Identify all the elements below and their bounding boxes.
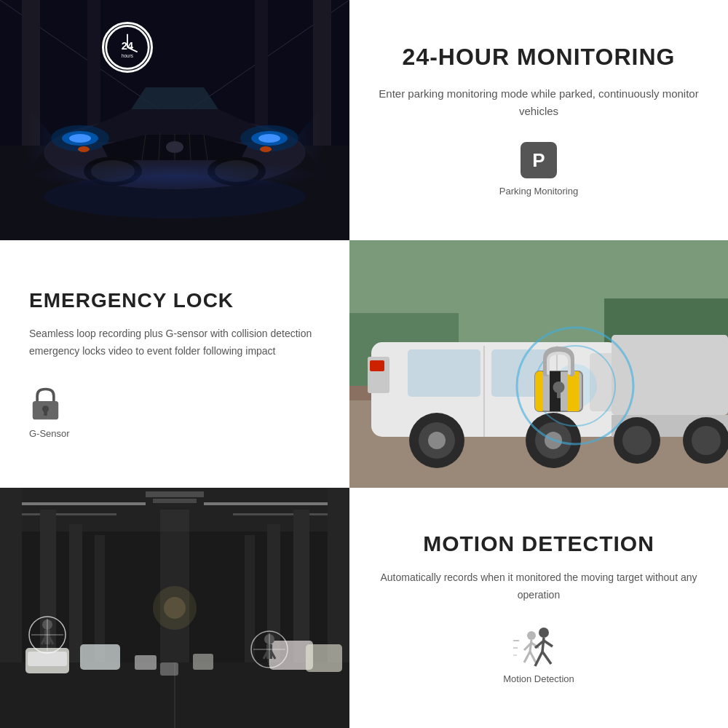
svg-line-128: [544, 641, 553, 646]
lock-icon: [29, 386, 62, 422]
svg-point-123: [539, 628, 549, 638]
clock-circle: 24 hours: [102, 22, 153, 73]
svg-line-120: [530, 652, 536, 662]
motion-icon-container: Motion Detection: [503, 626, 574, 684]
motion-text-cell: MOTION DETECTION Automatically records w…: [349, 488, 728, 728]
svg-text:24: 24: [122, 40, 134, 52]
main-grid: 24 hours 24-HOUR MONITORING Enter parkin…: [0, 0, 728, 728]
svg-point-24: [260, 146, 272, 152]
gsensor-icon-container: G-Sensor: [29, 386, 320, 439]
svg-rect-116: [160, 662, 178, 676]
parking-icon: P: [521, 142, 557, 178]
svg-rect-94: [28, 652, 67, 666]
parking-image-cell: [0, 488, 349, 728]
parking-icon-label: Parking Monitoring: [499, 186, 578, 197]
clock-24-overlay: 24 hours: [102, 22, 153, 73]
motion-detection-icon: [513, 626, 564, 673]
svg-point-16: [258, 134, 280, 143]
svg-point-113: [164, 597, 186, 619]
svg-rect-115: [193, 654, 213, 670]
svg-text:hours: hours: [122, 53, 133, 58]
svg-rect-76: [146, 491, 204, 497]
svg-point-54: [428, 432, 446, 449]
svg-rect-51: [370, 360, 384, 371]
motion-title: MOTION DETECTION: [423, 531, 654, 556]
svg-rect-58: [612, 335, 728, 415]
svg-point-22: [166, 141, 183, 153]
svg-point-63: [692, 426, 721, 455]
svg-rect-77: [153, 499, 197, 503]
gsensor-label: G-Sensor: [29, 428, 70, 439]
emergency-description: Seamless loop recording plus G-sensor wi…: [29, 325, 320, 360]
monitoring-text-cell: 24-HOUR MONITORING Enter parking monitor…: [349, 0, 728, 240]
svg-point-61: [622, 426, 652, 455]
monitoring-description: Enter parking monitoring mode while park…: [379, 85, 699, 120]
svg-rect-114: [135, 655, 157, 670]
emergency-title: EMERGENCY LOCK: [29, 289, 320, 312]
svg-line-125: [535, 652, 542, 666]
emergency-text-cell: EMERGENCY LOCK Seamless loop recording p…: [0, 240, 349, 488]
svg-rect-71: [568, 371, 579, 411]
svg-rect-95: [80, 644, 120, 670]
svg-point-117: [527, 631, 536, 640]
svg-rect-73: [557, 389, 561, 398]
svg-rect-38: [44, 410, 47, 415]
svg-line-126: [542, 652, 551, 664]
svg-point-13: [69, 134, 91, 143]
monitoring-title: 24-HOUR MONITORING: [403, 44, 676, 71]
svg-point-30: [29, 160, 320, 189]
motion-description: Automatically records when it monitored …: [379, 569, 699, 604]
svg-line-119: [524, 652, 530, 662]
svg-rect-45: [408, 349, 480, 397]
motion-icon-label: Motion Detection: [503, 673, 574, 684]
svg-line-118: [530, 640, 531, 652]
svg-point-23: [78, 146, 90, 152]
car-image-cell: 24 hours: [0, 0, 349, 240]
svg-rect-97: [306, 644, 342, 672]
emergency-image-cell: [349, 240, 728, 488]
